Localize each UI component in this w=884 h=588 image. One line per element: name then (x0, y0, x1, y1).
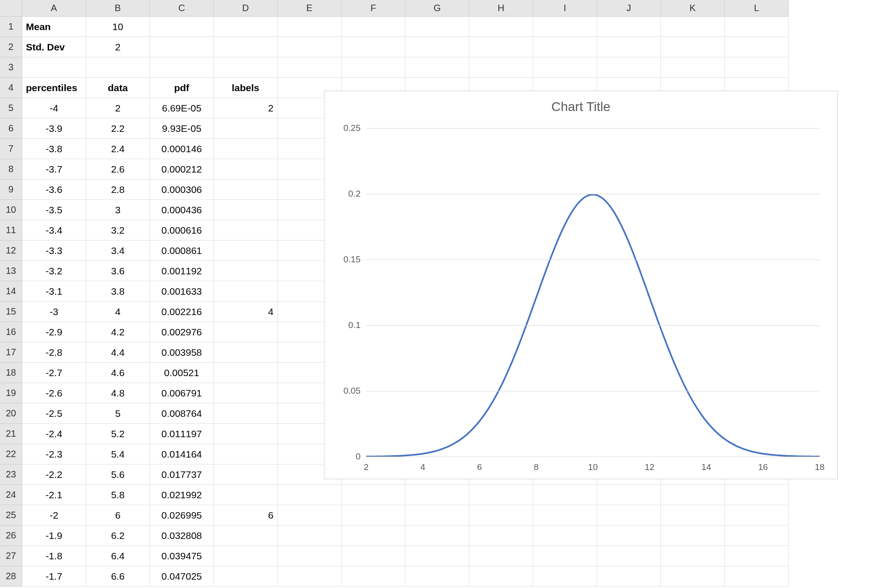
cell-D3[interactable] (214, 57, 278, 78)
row-header-14[interactable]: 14 (0, 281, 22, 302)
cell-E2[interactable] (278, 37, 342, 57)
col-header-I[interactable]: I (533, 0, 597, 17)
cell-F2[interactable] (342, 37, 405, 57)
cell-K2[interactable] (661, 37, 725, 57)
cell-E1[interactable] (278, 17, 342, 37)
cell-D12[interactable] (214, 241, 278, 261)
col-header-B[interactable]: B (86, 0, 150, 17)
cell-H25[interactable] (469, 505, 533, 526)
cell-B2[interactable]: 2 (86, 37, 150, 57)
cell-C21[interactable]: 0.011197 (150, 424, 214, 444)
cell-H24[interactable] (469, 485, 533, 505)
cell-D27[interactable] (214, 546, 278, 566)
cell-F27[interactable] (342, 546, 405, 566)
cell-G2[interactable] (405, 37, 469, 57)
cell-B21[interactable]: 5.2 (86, 424, 150, 444)
col-header-D[interactable]: D (214, 0, 278, 17)
row-header-9[interactable]: 9 (0, 179, 22, 200)
cell-E25[interactable] (278, 505, 342, 526)
cell-A7[interactable]: -3.8 (22, 139, 86, 159)
row-header-10[interactable]: 10 (0, 200, 22, 220)
cell-B13[interactable]: 3.6 (86, 261, 150, 281)
cell-D10[interactable] (214, 200, 278, 220)
cell-D8[interactable] (214, 159, 278, 179)
cell-F28[interactable] (342, 566, 405, 587)
cell-A18[interactable]: -2.7 (22, 363, 86, 383)
cell-B28[interactable]: 6.6 (86, 566, 150, 587)
cell-J28[interactable] (597, 566, 661, 587)
chart[interactable]: Chart Title 00.050.10.150.20.25246810121… (324, 91, 838, 479)
cell-A2[interactable]: Std. Dev (22, 37, 86, 57)
cell-H2[interactable] (469, 37, 533, 57)
cell-C26[interactable]: 0.032808 (150, 526, 214, 546)
cell-A16[interactable]: -2.9 (22, 322, 86, 342)
cell-D9[interactable] (214, 179, 278, 200)
cell-I28[interactable] (533, 566, 597, 587)
cell-C10[interactable]: 0.000436 (150, 200, 214, 220)
row-header-25[interactable]: 25 (0, 505, 22, 526)
cell-B3[interactable] (86, 57, 150, 78)
row-header-21[interactable]: 21 (0, 424, 22, 444)
cell-A11[interactable]: -3.4 (22, 220, 86, 241)
cell-I25[interactable] (533, 505, 597, 526)
cell-K27[interactable] (661, 546, 725, 566)
cell-C16[interactable]: 0.002976 (150, 322, 214, 342)
cell-D11[interactable] (214, 220, 278, 241)
row-header-12[interactable]: 12 (0, 241, 22, 261)
cell-C12[interactable]: 0.000861 (150, 241, 214, 261)
cell-A17[interactable]: -2.8 (22, 342, 86, 363)
cell-J27[interactable] (597, 546, 661, 566)
cell-B9[interactable]: 2.8 (86, 179, 150, 200)
cell-D25[interactable]: 6 (214, 505, 278, 526)
cell-D26[interactable] (214, 526, 278, 546)
cell-K28[interactable] (661, 566, 725, 587)
cell-I2[interactable] (533, 37, 597, 57)
cell-A25[interactable]: -2 (22, 505, 86, 526)
cell-D18[interactable] (214, 363, 278, 383)
cell-A19[interactable]: -2.6 (22, 383, 86, 403)
cell-J24[interactable] (597, 485, 661, 505)
row-header-3[interactable]: 3 (0, 57, 22, 78)
cell-H26[interactable] (469, 526, 533, 546)
cell-B22[interactable]: 5.4 (86, 444, 150, 464)
cell-A8[interactable]: -3.7 (22, 159, 86, 179)
row-header-13[interactable]: 13 (0, 261, 22, 281)
cell-A28[interactable]: -1.7 (22, 566, 86, 587)
cell-F3[interactable] (342, 57, 405, 78)
cell-D21[interactable] (214, 424, 278, 444)
cell-I1[interactable] (533, 17, 597, 37)
cell-B10[interactable]: 3 (86, 200, 150, 220)
cell-J25[interactable] (597, 505, 661, 526)
cell-C22[interactable]: 0.014164 (150, 444, 214, 464)
cell-C2[interactable] (150, 37, 214, 57)
row-header-19[interactable]: 19 (0, 383, 22, 403)
cell-B4[interactable]: data (86, 78, 150, 98)
cell-B14[interactable]: 3.8 (86, 281, 150, 302)
cell-A10[interactable]: -3.5 (22, 200, 86, 220)
cell-L27[interactable] (725, 546, 789, 566)
cell-C24[interactable]: 0.021992 (150, 485, 214, 505)
cell-I27[interactable] (533, 546, 597, 566)
cell-D4[interactable]: labels (214, 78, 278, 98)
cell-D6[interactable] (214, 118, 278, 139)
col-header-A[interactable]: A (22, 0, 86, 17)
cell-G3[interactable] (405, 57, 469, 78)
cell-C20[interactable]: 0.008764 (150, 403, 214, 424)
cell-C7[interactable]: 0.000146 (150, 139, 214, 159)
cell-E3[interactable] (278, 57, 342, 78)
cell-L24[interactable] (725, 485, 789, 505)
cell-I26[interactable] (533, 526, 597, 546)
row-header-16[interactable]: 16 (0, 322, 22, 342)
cell-J1[interactable] (597, 17, 661, 37)
cell-J3[interactable] (597, 57, 661, 78)
cell-B7[interactable]: 2.4 (86, 139, 150, 159)
cell-J2[interactable] (597, 37, 661, 57)
cell-D19[interactable] (214, 383, 278, 403)
cell-L28[interactable] (725, 566, 789, 587)
cell-D15[interactable]: 4 (214, 302, 278, 322)
cell-A3[interactable] (22, 57, 86, 78)
row-header-26[interactable]: 26 (0, 526, 22, 546)
cell-H3[interactable] (469, 57, 533, 78)
cell-C9[interactable]: 0.000306 (150, 179, 214, 200)
cell-K26[interactable] (661, 526, 725, 546)
